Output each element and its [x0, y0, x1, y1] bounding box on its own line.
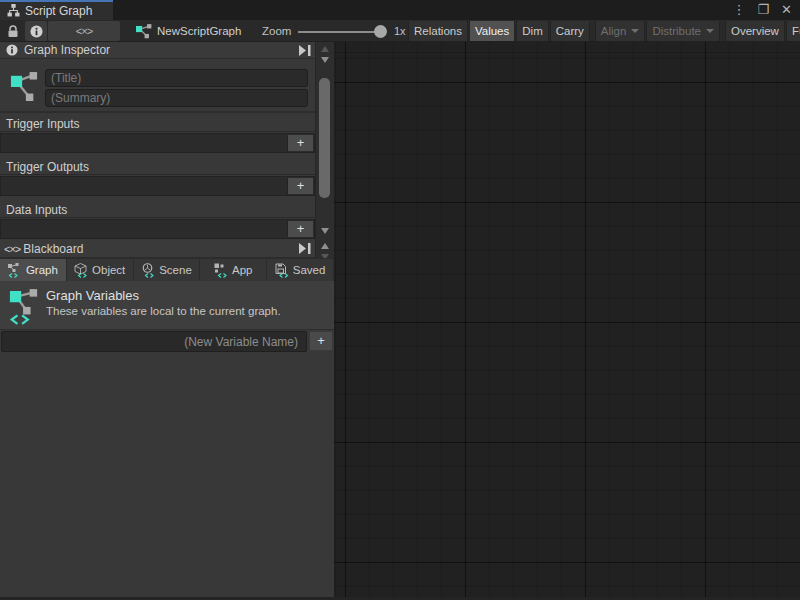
graph-node-icon: [10, 70, 38, 104]
tab-saved[interactable]: Saved: [267, 258, 334, 281]
blackboard-header: <×> Blackboard: [0, 240, 315, 258]
info-icon: [30, 25, 43, 38]
section-title-trigger-inputs: Trigger Inputs: [6, 117, 80, 131]
graph-variables-icon: [9, 287, 39, 325]
edit-graph-button[interactable]: <×>: [48, 21, 120, 41]
tab-scene[interactable]: Scene: [134, 258, 201, 281]
divider: [0, 131, 315, 132]
code-brackets-icon: <×>: [4, 243, 20, 255]
info-icon: [6, 44, 18, 56]
graph-breadcrumb[interactable]: NewScriptGraph: [136, 21, 241, 41]
graph-toolbar: <×> NewScriptGraph Zoom 1x Relations Val…: [0, 20, 800, 42]
trigger-inputs-list: +: [0, 133, 315, 153]
chevron-down-icon: [706, 29, 714, 33]
scene-icon: [141, 263, 155, 278]
new-variable-input[interactable]: [1, 331, 307, 352]
code-brackets-icon: <×>: [76, 25, 92, 37]
toolbar-button-group: Relations Values Dim Carry Align Distrib…: [408, 21, 800, 41]
graph-canvas[interactable]: [334, 42, 800, 600]
graph-variables-description: These variables are local to the current…: [46, 305, 281, 317]
add-trigger-input-button[interactable]: +: [287, 135, 313, 151]
distribute-dropdown[interactable]: Distribute: [646, 21, 720, 41]
align-dropdown[interactable]: Align: [595, 21, 646, 41]
lock-icon: [7, 24, 19, 39]
zoom-value: 1x: [394, 25, 406, 37]
add-variable-button[interactable]: +: [309, 331, 333, 351]
section-title-trigger-outputs: Trigger Outputs: [6, 160, 89, 174]
title-field[interactable]: [45, 69, 308, 87]
scroll-up-icon[interactable]: [321, 46, 329, 52]
cube-icon: [74, 263, 88, 278]
scroll-down-icon[interactable]: [321, 228, 329, 234]
add-data-input-button[interactable]: +: [287, 221, 313, 237]
zoom-slider-track: [298, 31, 382, 33]
graph-variables-info: Graph Variables These variables are loca…: [0, 281, 334, 330]
tab-app[interactable]: App: [200, 258, 267, 281]
graph-name: NewScriptGraph: [157, 25, 241, 37]
app-grid-icon: [214, 263, 228, 278]
inspect-button[interactable]: [25, 21, 47, 41]
divider: [0, 174, 315, 175]
dock-panel-icon[interactable]: [298, 242, 312, 255]
divider: [0, 111, 315, 113]
maximize-icon[interactable]: ❐: [757, 0, 769, 20]
sidebar-panel: Graph Inspector Trigger Inputs + Trigger…: [0, 42, 334, 600]
carry-button[interactable]: Carry: [550, 21, 590, 41]
script-graph-window: Script Graph ⋮ ❐ ✕ <×>: [0, 0, 800, 600]
tab-label: Script Graph: [25, 2, 92, 18]
new-variable-row: +: [0, 330, 334, 354]
full-screen-button[interactable]: Full Screen: [786, 21, 800, 41]
window-menu-icon[interactable]: ⋮: [732, 0, 745, 20]
tab-object[interactable]: Object: [67, 258, 134, 281]
zoom-slider-handle[interactable]: [374, 25, 387, 38]
relations-button[interactable]: Relations: [408, 21, 468, 41]
active-tab-accent: [0, 0, 113, 2]
graph-variables-icon: [8, 263, 22, 278]
tab-graph[interactable]: Graph: [0, 258, 67, 281]
inspector-scrollbar[interactable]: [315, 42, 334, 258]
divider: [0, 217, 315, 218]
trigger-outputs-list: +: [0, 176, 315, 196]
lock-button[interactable]: [2, 21, 24, 41]
graph-variables-title: Graph Variables: [46, 288, 139, 303]
script-graph-icon: [7, 4, 20, 17]
tab-script-graph[interactable]: Script Graph: [0, 0, 113, 20]
scroll-up-icon[interactable]: [321, 243, 329, 249]
scrollbar-thumb[interactable]: [319, 78, 330, 198]
zoom-slider[interactable]: [296, 21, 392, 41]
zoom-label: Zoom: [262, 25, 291, 37]
graph-inspector-header: Graph Inspector: [0, 42, 315, 59]
data-inputs-list: +: [0, 219, 315, 239]
window-tab-strip: Script Graph ⋮ ❐ ✕: [0, 0, 800, 20]
blackboard-tab-bar: Graph Object Scene: [0, 258, 334, 281]
graph-inspector-title: Graph Inspector: [24, 43, 110, 57]
graph-node-icon: [136, 24, 152, 39]
summary-field[interactable]: [45, 89, 308, 107]
scroll-down-icon[interactable]: [321, 57, 329, 63]
add-trigger-output-button[interactable]: +: [287, 178, 313, 194]
dock-panel-icon[interactable]: [298, 44, 312, 57]
values-button[interactable]: Values: [469, 21, 515, 41]
close-icon[interactable]: ✕: [781, 0, 792, 20]
overview-button[interactable]: Overview: [725, 21, 785, 41]
floppy-disk-icon: [275, 263, 289, 278]
chevron-down-icon: [631, 29, 639, 33]
dim-button[interactable]: Dim: [516, 21, 548, 41]
section-title-data-inputs: Data Inputs: [6, 203, 67, 217]
blackboard-title: Blackboard: [23, 242, 83, 256]
